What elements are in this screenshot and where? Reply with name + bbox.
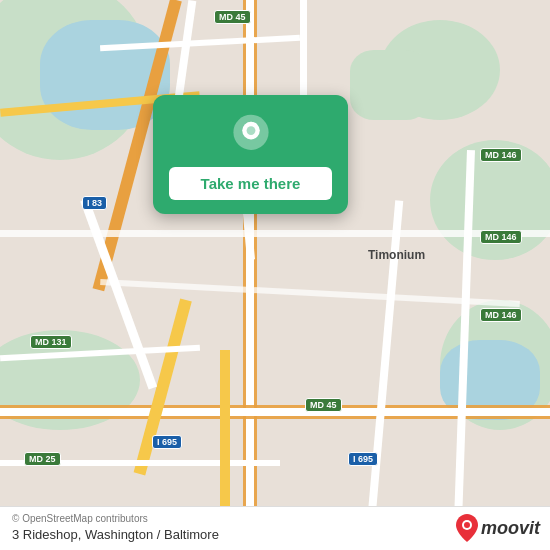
- road-main-v-inner: [246, 0, 254, 550]
- badge-md45-top: MD 45: [214, 10, 251, 24]
- badge-md146-3: MD 146: [480, 308, 522, 322]
- road-lower-h: [100, 279, 520, 307]
- badge-md131: MD 131: [30, 335, 72, 349]
- map-background: [0, 0, 550, 550]
- overlay-card: Take me there: [153, 95, 348, 214]
- small-park: [350, 50, 430, 120]
- moovit-pin-icon: [456, 514, 478, 542]
- badge-i695-right: I 695: [348, 452, 378, 466]
- location-pin-icon: [229, 113, 273, 157]
- moovit-text: moovit: [481, 518, 540, 539]
- badge-i695-left: I 695: [152, 435, 182, 449]
- badge-md146-2: MD 146: [480, 230, 522, 244]
- bottom-bar: © OpenStreetMap contributors 3 Rideshop,…: [0, 506, 550, 550]
- svg-point-4: [464, 522, 470, 528]
- moovit-logo: moovit: [456, 514, 540, 542]
- take-me-there-button[interactable]: Take me there: [169, 167, 332, 200]
- badge-i83: I 83: [82, 196, 107, 210]
- badge-md45-bottom: MD 45: [305, 398, 342, 412]
- badge-md25: MD 25: [24, 452, 61, 466]
- road-top2: [300, 0, 307, 100]
- map-container: MD 45 I 83 MD 146 MD 146 MD 146 MD 131 M…: [0, 0, 550, 550]
- timonium-label: Timonium: [368, 248, 425, 262]
- badge-md146-1: MD 146: [480, 148, 522, 162]
- road-695-h-inner: [0, 408, 550, 416]
